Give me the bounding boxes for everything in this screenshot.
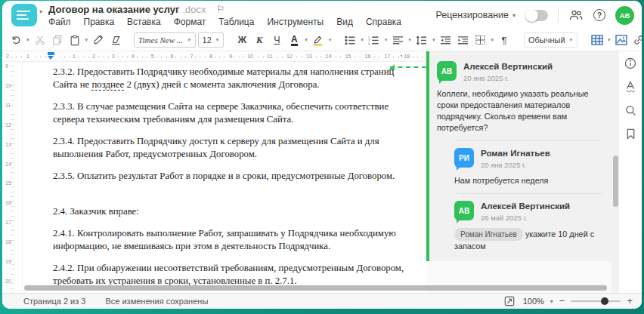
align-chevron-icon[interactable]: ▾ — [407, 37, 412, 43]
paragraph-5[interactable]: 2.4.1. Контролировать выполнение Работ, … — [53, 227, 408, 252]
about-info-icon[interactable] — [623, 56, 638, 71]
line-spacing-chevron-icon[interactable]: ▾ — [432, 37, 436, 43]
help-icon[interactable]: ? — [593, 9, 605, 21]
paragraph-6[interactable]: 2.4.2. При обнаружении несоответствий тр… — [53, 262, 408, 287]
highlight-color-button[interactable] — [311, 32, 326, 48]
fit-page-icon[interactable] — [502, 294, 517, 309]
flag-icon[interactable]: ⚐ — [217, 4, 225, 14]
zoom-value[interactable]: 100% — [523, 297, 544, 306]
paragraph-1[interactable]: 2.3.3. В случае размещения Сайта на серв… — [53, 100, 408, 125]
h-ruler-number: 6 — [169, 53, 175, 60]
font-color-chevron-icon[interactable]: ▾ — [304, 37, 308, 43]
v-ruler-number: 20 — [5, 278, 11, 285]
menu-item-5[interactable]: Инструменты — [267, 17, 324, 27]
paragraph-text: 2.4.1. Контролировать выполнение Работ, … — [53, 228, 396, 251]
horizontal-ruler[interactable]: 21123456789101112131415161718 — [2, 51, 426, 62]
comment-reply[interactable]: АВАлексей Вертинский26 май 2025 г.Роман … — [454, 201, 602, 252]
v-ruler-number: 11 — [5, 102, 11, 109]
menu-item-0[interactable]: Файл — [48, 17, 71, 27]
comment-avatar: АВ — [454, 201, 474, 220]
zoom-slider[interactable] — [571, 300, 621, 302]
format-painter-button[interactable] — [91, 32, 106, 48]
menu-item-7[interactable]: Справка — [366, 17, 401, 27]
menu-item-6[interactable]: Вид — [336, 17, 353, 27]
comment-root[interactable]: АВАлексей Вертинский20 янв 2025 г.Коллег… — [437, 61, 602, 134]
zoom-out-button[interactable]: − — [559, 297, 565, 305]
paragraph-2[interactable]: 2.3.4. Предоставить Подрядчику доступ к … — [53, 135, 408, 160]
comments-panel: АВАлексей Вертинский20 янв 2025 г.Коллег… — [426, 51, 611, 293]
zoom-in-button[interactable]: + — [627, 297, 633, 305]
vertical-scrollbar[interactable] — [611, 51, 619, 293]
paragraph-4[interactable]: 2.4. Заказчик вправе: — [53, 205, 408, 218]
horizontal-scrollbar[interactable] — [24, 285, 607, 291]
comment-divider — [454, 193, 602, 194]
insert-image-button[interactable] — [614, 32, 629, 48]
comment-reply[interactable]: РИРоман Игнатьев20 янв 2025 г.Нам потреб… — [454, 148, 602, 186]
h-ruler-number: 9 — [228, 53, 234, 60]
comment-thread[interactable]: АВАлексей Вертинский20 янв 2025 г.Коллег… — [426, 51, 611, 261]
undo-button[interactable] — [8, 32, 23, 48]
search-icon[interactable] — [623, 103, 638, 118]
underline-button[interactable]: Ч — [269, 32, 284, 48]
paragraph-0[interactable]: 2.3.2. Предоставить Подрядчику необходим… — [53, 66, 408, 91]
app-logo-icon[interactable] — [11, 4, 37, 26]
user-avatar[interactable]: АВ — [615, 6, 634, 25]
paragraph-borders-button[interactable] — [472, 32, 488, 48]
undo-chevron-icon[interactable]: ▾ — [26, 37, 30, 43]
vertical-ruler[interactable]: 91011121314151617181920 — [2, 62, 23, 293]
paste-chevron-icon[interactable]: ▾ — [85, 37, 89, 43]
numbered-list-button[interactable]: 1 2 3 — [367, 32, 382, 48]
borders-chevron-icon[interactable]: ▾ — [490, 37, 494, 43]
page-indicator[interactable]: Страница 2 из 3 — [23, 297, 85, 306]
bullet-list-button[interactable] — [342, 32, 358, 48]
menu-item-1[interactable]: Правка — [84, 17, 115, 27]
numbered-list-chevron-icon[interactable]: ▾ — [384, 37, 389, 43]
clear-style-button[interactable] — [108, 32, 123, 48]
zoom-chevron-icon[interactable]: ▾ — [550, 298, 553, 305]
review-mode-dropdown[interactable]: Рецензирование ▾ — [435, 10, 516, 20]
bold-button[interactable]: Ж — [234, 32, 249, 48]
mention-pill[interactable]: Роман Игнатьев — [454, 228, 523, 241]
paragraph-3[interactable]: 2.3.5. Оплатить результат Работ в порядк… — [53, 170, 408, 183]
vertical-scrollbar-thumb[interactable] — [613, 155, 618, 207]
paste-button[interactable] — [67, 32, 82, 48]
copy-button[interactable] — [50, 32, 65, 48]
zoom-slider-knob[interactable] — [601, 297, 608, 305]
bookmark-icon[interactable] — [623, 126, 638, 141]
font-color-button[interactable]: А — [291, 35, 298, 46]
decrease-indent-button[interactable] — [438, 32, 453, 48]
toolbar: ▾ ▾ Times New . — [2, 29, 642, 51]
font-name-select[interactable]: Times New ... ▾ — [134, 32, 196, 48]
horizontal-scrollbar-thumb[interactable] — [24, 285, 607, 291]
h-ruler-number: 16 — [364, 53, 373, 60]
menu-item-3[interactable]: Формат — [174, 17, 206, 27]
highlight-chevron-icon[interactable]: ▾ — [328, 37, 333, 43]
commented-text: позднее — [91, 79, 124, 91]
bullet-list-chevron-icon[interactable]: ▾ — [360, 37, 364, 43]
cut-button[interactable] — [33, 32, 48, 48]
menu-item-4[interactable]: Таблица — [218, 17, 254, 27]
increase-indent-button[interactable] — [455, 32, 470, 48]
align-left-button[interactable] — [390, 32, 405, 48]
paragraph-style-select[interactable]: Обычный ▾ — [524, 32, 577, 48]
menu-item-2[interactable]: Вставка — [127, 17, 161, 27]
indent-marker-first-line[interactable] — [48, 52, 54, 55]
logo-chevron-down-icon[interactable]: ▾ — [39, 8, 42, 15]
v-ruler-number: 16 — [5, 199, 11, 207]
h-ruler-number: 14 — [324, 53, 333, 60]
font-size-select[interactable]: 12 ▾ — [198, 32, 224, 48]
insert-table-button[interactable] — [590, 32, 605, 48]
review-toggle[interactable] — [525, 10, 548, 21]
share-users-icon[interactable] — [568, 8, 584, 23]
table-chevron-icon[interactable]: ▾ — [607, 37, 611, 43]
h-ruler-number: 8 — [208, 53, 214, 60]
show-paragraph-marks-button[interactable]: ¶ — [497, 32, 512, 48]
document-page[interactable]: 2.3.2. Предоставить Подрядчику необходим… — [23, 62, 426, 293]
indent-marker-left[interactable] — [48, 56, 54, 60]
status-bar: Страница 2 из 3 Все изменения сохранены … — [2, 293, 642, 309]
document-extension: .docx — [182, 4, 206, 15]
italic-button[interactable]: К — [252, 32, 267, 48]
insert-link-button[interactable] — [631, 32, 642, 48]
spellcheck-icon[interactable] — [623, 79, 638, 94]
line-spacing-button[interactable] — [414, 32, 429, 48]
